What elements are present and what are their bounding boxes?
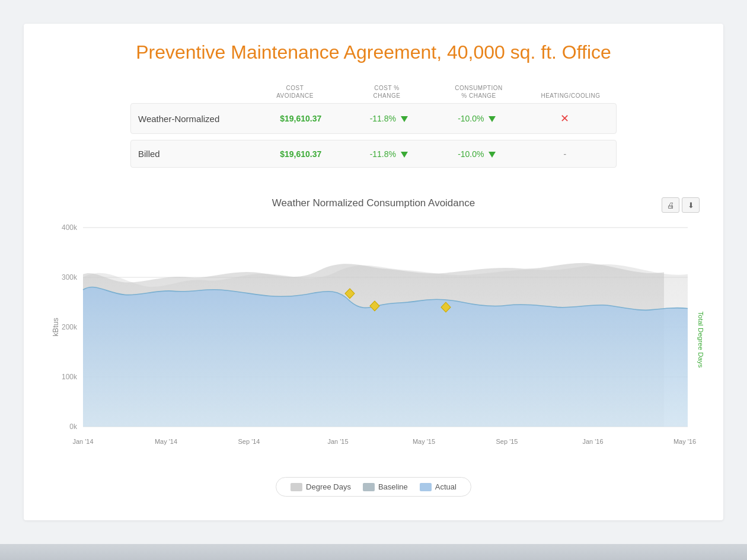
- svg-text:0k: 0k: [69, 423, 77, 431]
- wn-heating-icon: ✕: [560, 113, 569, 124]
- col-header-cost-avoidance: COSTAVOIDANCE: [249, 84, 341, 100]
- col-header-cost-pct: COST %CHANGE: [341, 84, 433, 100]
- print-button[interactable]: 🖨: [662, 197, 679, 213]
- legend-swatch-actual: [420, 483, 432, 491]
- chart-title-row: Weather Normalized Consumption Avoidance…: [47, 197, 700, 209]
- cell-billed-cost: $19,610.37: [257, 149, 345, 159]
- row-billed: Billed $19,610.37 -11.8% -10.0% -: [130, 140, 617, 168]
- col-header-consumption: CONSUMPTION% CHANGE: [433, 84, 525, 100]
- main-card: Preventive Maintenance Agreement, 40,000…: [24, 24, 723, 520]
- chart-title: Weather Normalized Consumption Avoidance: [272, 197, 475, 209]
- legend-item-baseline: Baseline: [363, 482, 408, 491]
- legend-label-baseline: Baseline: [378, 482, 408, 491]
- svg-text:kBtus: kBtus: [52, 318, 60, 337]
- cell-wn-consumption: -10.0%: [433, 114, 521, 123]
- svg-text:Sep '15: Sep '15: [496, 438, 518, 445]
- legend-item-actual: Actual: [420, 482, 456, 491]
- svg-text:May '16: May '16: [673, 438, 696, 445]
- legend-swatch-baseline: [363, 483, 375, 491]
- chart-svg: 400k 300k 200k 100k 0k Jan '14 May '14: [47, 215, 700, 464]
- legend-label-actual: Actual: [435, 482, 456, 491]
- billed-cost-pct-arrow: [401, 152, 408, 158]
- legend-item-degree-days: Degree Days: [290, 482, 351, 491]
- legend-label-degree: Degree Days: [306, 482, 351, 491]
- wn-cost-value: $19,610.37: [280, 114, 321, 123]
- svg-text:400k: 400k: [62, 223, 78, 232]
- legend-swatch-degree: [290, 483, 302, 491]
- billed-heating-dash: -: [563, 149, 566, 159]
- wn-consumption-value: -10.0%: [458, 114, 484, 123]
- chart-legend: Degree Days Baseline Actual: [276, 477, 471, 497]
- billed-cost-pct-value: -11.8%: [370, 149, 396, 159]
- wn-cost-pct-arrow: [401, 116, 408, 122]
- col-header-heating: HEATING/COOLING: [525, 92, 617, 100]
- row-weather-normalized: Weather-Normalized $19,610.37 -11.8% -10…: [130, 103, 617, 134]
- svg-text:May '14: May '14: [155, 438, 177, 445]
- summary-header-row: COSTAVOIDANCE COST %CHANGE CONSUMPTION% …: [130, 84, 617, 103]
- billed-consumption-arrow: [489, 152, 496, 158]
- footer-bar: [0, 544, 747, 560]
- cell-wn-cost: $19,610.37: [257, 114, 345, 123]
- wn-cost-pct-value: -11.8%: [370, 114, 396, 123]
- svg-text:Jan '16: Jan '16: [582, 438, 603, 445]
- svg-text:Jan '14: Jan '14: [72, 438, 93, 445]
- chart-section: Weather Normalized Consumption Avoidance…: [47, 197, 700, 497]
- cell-billed-cost-pct: -11.8%: [345, 149, 433, 159]
- svg-text:300k: 300k: [62, 273, 78, 281]
- cell-wn-heating: ✕: [521, 112, 609, 125]
- billed-cost-value: $19,610.37: [280, 149, 321, 159]
- wn-consumption-arrow: [489, 116, 496, 122]
- summary-table-wrap: COSTAVOIDANCE COST %CHANGE CONSUMPTION% …: [47, 84, 700, 174]
- svg-text:Jan '15: Jan '15: [327, 438, 348, 445]
- cell-wn-cost-pct: -11.8%: [345, 114, 433, 123]
- svg-text:Total Degree Days: Total Degree Days: [697, 312, 704, 368]
- svg-text:May '15: May '15: [413, 438, 435, 445]
- svg-text:200k: 200k: [62, 323, 78, 331]
- billed-consumption-value: -10.0%: [458, 149, 484, 159]
- row-label-weather: Weather-Normalized: [138, 114, 257, 124]
- chart-container: 400k 300k 200k 100k 0k Jan '14 May '14: [47, 215, 700, 466]
- svg-text:Sep '14: Sep '14: [238, 438, 260, 445]
- cell-billed-consumption: -10.0%: [433, 149, 521, 159]
- summary-table: COSTAVOIDANCE COST %CHANGE CONSUMPTION% …: [130, 84, 617, 174]
- cell-billed-heating: -: [521, 149, 609, 159]
- page-title: Preventive Maintenance Agreement, 40,000…: [47, 41, 700, 63]
- row-label-billed: Billed: [138, 149, 257, 159]
- download-button[interactable]: ⬇: [682, 197, 700, 213]
- svg-text:100k: 100k: [62, 373, 78, 381]
- chart-icons: 🖨 ⬇: [662, 197, 700, 213]
